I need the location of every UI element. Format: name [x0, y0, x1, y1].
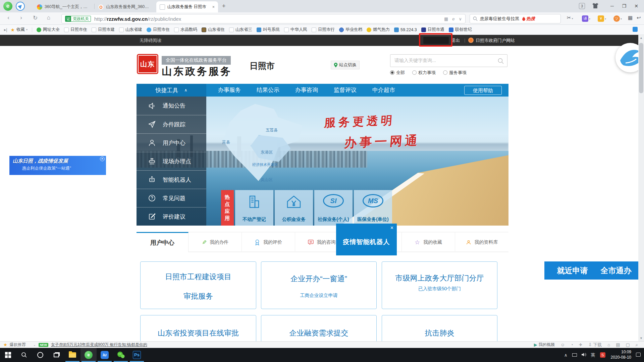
bookmark-item[interactable]: 日照市住 — [147, 27, 170, 33]
taskbar-clock[interactable]: 10:09 2020-08-10 — [611, 350, 631, 360]
help-button[interactable]: 使用帮助 — [464, 86, 502, 95]
hot-app-realestate[interactable]: 不动产登记 — [235, 190, 273, 226]
search-icon[interactable] — [498, 58, 504, 64]
sidebar-item-feedback[interactable]: 评价建议 — [137, 207, 206, 226]
bookmark-item[interactable]: 日照市行 — [312, 27, 335, 33]
iu-app-icon[interactable]: iu — [97, 348, 113, 362]
nearby-apply-cta[interactable]: 就近申请 全市通办 — [544, 261, 644, 280]
site-search-input[interactable] — [390, 55, 491, 66]
maximize-button[interactable]: ❐ — [619, 2, 629, 10]
nav-item-agency[interactable]: 中介超市 — [372, 84, 395, 97]
sidebar-item-user-center[interactable]: 用户中心 — [137, 133, 206, 152]
radio-service-items[interactable]: 服务事项 — [443, 70, 467, 76]
ime-badge-icon[interactable]: S — [600, 352, 605, 358]
cortana-icon[interactable] — [32, 348, 48, 362]
screenshot-scissors-icon[interactable]: ✂▾ — [567, 15, 573, 21]
action-center-icon[interactable] — [636, 353, 641, 358]
hot-app-social-insurance[interactable]: SI 社保业务(个人) — [314, 190, 353, 226]
photoshop-icon[interactable]: Ps — [129, 348, 145, 362]
card-business-open[interactable]: 企业开办“一窗通” 工商企业设立申请 — [261, 261, 377, 309]
tab-my-favorites[interactable]: ☆ 我的收藏 — [402, 232, 455, 252]
favorites-menu[interactable]: ★ 收藏 ▾ — [11, 27, 28, 33]
new-tab-button[interactable]: + — [222, 3, 226, 10]
sidebar-item-faq[interactable]: 常见问题 — [137, 189, 206, 207]
file-explorer-icon[interactable] — [64, 348, 80, 362]
tray-expand-icon[interactable]: ∧ — [564, 353, 568, 358]
bookmark-item[interactable]: 日照市住 — [64, 27, 87, 33]
hot-app-housing-fund[interactable]: 公积金业务 — [275, 190, 313, 226]
radio-all[interactable]: 全部 — [390, 70, 405, 76]
wechat-icon[interactable] — [113, 348, 129, 362]
popup-close-icon[interactable]: × — [390, 225, 393, 231]
address-bar[interactable]: 证 党政机关 http://rzzwfw.sd.gov.cn/rz/public… — [61, 14, 466, 23]
promo-label[interactable]: 爆款推荐 — [10, 342, 26, 348]
back-icon[interactable]: ‹ — [4, 14, 13, 21]
task-view-icon[interactable] — [48, 348, 64, 362]
home-panel-icon[interactable]: ⌂ — [607, 342, 610, 347]
edge-extension-icon[interactable] — [633, 27, 638, 32]
compass-nav-icon[interactable] — [16, 2, 25, 11]
start-button[interactable] — [0, 348, 16, 362]
scroll-down-icon[interactable]: ▼ — [638, 337, 644, 340]
tray-monitor-icon[interactable] — [572, 353, 577, 358]
bookmark-item[interactable]: 网址大全 — [37, 27, 60, 33]
boost-icon[interactable]: ✈ — [579, 342, 583, 347]
clock-icon[interactable]: ◔ — [571, 342, 573, 347]
bookmark-item[interactable]: 59.224.3 — [394, 27, 417, 32]
minimize-button[interactable]: ─ — [607, 2, 617, 10]
sidebar-item-onsite[interactable]: 现场办理点 — [137, 152, 206, 170]
apps-grid-icon[interactable]: ▦ — [628, 15, 633, 21]
nav-item-supervise[interactable]: 监督评议 — [334, 84, 357, 97]
bookmark-item[interactable]: 日照市建 — [92, 27, 115, 33]
my-video-label[interactable]: 我的视频 — [539, 342, 555, 348]
bookmark-item[interactable]: 毕业生档 — [339, 27, 362, 33]
monitor-icon[interactable]: ▢ — [626, 342, 630, 347]
input-language-indicator[interactable]: 英 — [591, 352, 595, 358]
card-construction-approval[interactable]: 日照市工程建设项目 审批服务 — [140, 261, 256, 309]
game-assistant-icon[interactable]: ツ▾ — [613, 15, 622, 22]
forward-icon[interactable]: › — [17, 14, 25, 21]
sidebar-toggle-icon[interactable]: ▸| — [4, 27, 7, 32]
taskbar-search-icon[interactable] — [16, 348, 32, 362]
sidebar-item-tracking[interactable]: 办件跟踪 — [137, 115, 206, 133]
bookmark-item[interactable]: 水晶数码 — [174, 27, 197, 33]
ie-mode-icon[interactable]: e — [452, 16, 454, 21]
ad-close-icon[interactable]: ✕ — [100, 157, 105, 161]
bookmark-item[interactable]: 山东省建 — [119, 27, 142, 33]
hot-app-medical-insurance[interactable]: MS 医保业务(单位) — [354, 190, 392, 226]
tray-volume-icon[interactable] — [582, 353, 586, 358]
nav-item-services[interactable]: 办事服务 — [218, 84, 241, 97]
browser-tab-3-active[interactable]: 山东政务服务 日照市 × — [156, 1, 218, 12]
radio-power-items[interactable]: 权力事项 — [412, 70, 436, 76]
promo-ad-banner[interactable]: ✕ 山东日照，战疫情促发展 惠企利企便企政策“一站通” — [9, 156, 106, 175]
news-ticker-link[interactable]: 女子存款5万元10年后变成900万 银行告知:钱都是你的 — [51, 342, 147, 348]
tab-my-library[interactable]: 我的资料库 — [455, 232, 508, 252]
tab-my-reviews[interactable]: 我的评价 — [242, 232, 295, 252]
refresh-icon[interactable]: ↻ — [31, 14, 40, 21]
bookmark-item[interactable]: 燃气热力 — [367, 27, 390, 33]
skin-theme-icon[interactable] — [592, 3, 598, 8]
undo-icon[interactable]: ↩ — [637, 15, 641, 21]
sidebar-item-robot[interactable]: 智能机器人 — [137, 170, 206, 189]
translate-icon[interactable]: 译▾ — [582, 15, 590, 22]
browser-search-box[interactable]: 患尿毒症被生母拉黑 热搜 — [470, 14, 561, 23]
home-icon[interactable]: ⌂ — [44, 14, 53, 21]
portal-link[interactable]: 日照市政府门户网站 — [476, 38, 515, 44]
browser-tab-2[interactable]: O 山东政务服务网_360搜索 — [95, 1, 156, 12]
bookmark-item[interactable]: 山东省住 — [202, 27, 225, 33]
tab-count-badge[interactable]: 3 — [579, 3, 585, 9]
chevron-icon[interactable]: ⌄ — [33, 343, 36, 347]
sidebar-item-notices[interactable]: 通知公告 — [137, 97, 206, 115]
nav-quick-tools[interactable]: 快捷工具 ∧ — [137, 84, 206, 97]
tab-my-items[interactable]: ✎ 我的办件 — [189, 232, 242, 252]
nav-item-results[interactable]: 结果公示 — [257, 84, 279, 97]
scrollbar-thumb[interactable] — [639, 43, 643, 93]
scroll-up-icon[interactable]: ▲ — [638, 36, 644, 40]
play-icon[interactable]: ▶ — [534, 342, 537, 347]
bookmark-item[interactable]: 叫号系统 — [257, 27, 280, 33]
browser-logo-icon[interactable]: e — [3, 2, 12, 11]
chevron-down-icon[interactable]: ∨ — [459, 16, 462, 21]
site-switch-button[interactable]: 站点切换 — [331, 61, 360, 69]
tab-close-icon[interactable]: × — [212, 5, 215, 9]
emoji-icon[interactable]: ☺ — [560, 342, 565, 347]
